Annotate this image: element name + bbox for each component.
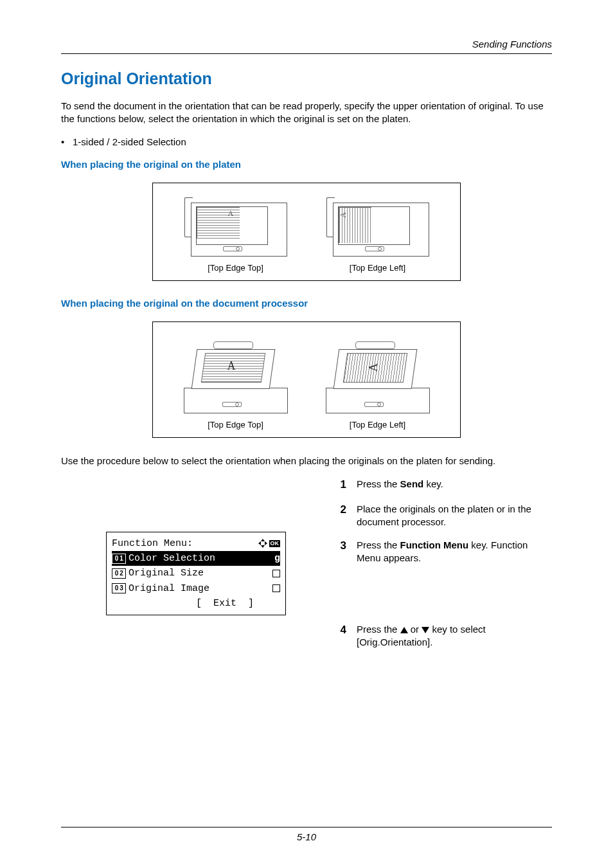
lcd-panel: Function Menu: OK 0 1Color Selection g 0… — [106, 532, 286, 615]
control-panel-icon — [364, 402, 384, 407]
adf-left-edge-col: A [Top Edge Left] — [323, 336, 432, 429]
lcd-exit-row: [ Exit ] — [112, 596, 280, 611]
platen-top-edge-col: A [Top Edge Top] — [184, 197, 287, 273]
down-arrow-icon — [422, 627, 429, 633]
caption-top-edge-left: [Top Edge Left] — [350, 263, 405, 273]
step-4: 4 Press the or key to select [Orig.Orien… — [337, 623, 552, 649]
nav-arrows-icon — [258, 539, 267, 548]
adf-top-edge-col: A [Top Edge Top] — [181, 336, 290, 429]
footer-rule — [61, 827, 552, 827]
lcd-row3-text: Original Image — [129, 581, 209, 596]
step-text: Press the Send key. — [357, 478, 443, 493]
caption-top-edge-left: [Top Edge Left] — [350, 420, 405, 429]
lcd-row1-text: Color Selection — [129, 551, 215, 566]
up-arrow-icon — [400, 627, 408, 633]
lcd-row2-text: Original Size — [129, 566, 204, 581]
platen-diagram-top: A — [184, 197, 287, 257]
caption-top-edge-top: [Top Edge Top] — [208, 263, 263, 273]
orientation-letter-icon: A — [228, 209, 234, 219]
top-rule — [61, 53, 552, 54]
step-3: 3 Press the Function Menu key. Function … — [337, 539, 552, 565]
row-number-icon: 0 1 — [112, 554, 126, 564]
orientation-letter-icon: A — [227, 359, 236, 373]
control-panel-icon — [365, 246, 384, 251]
running-header: Sending Functions — [61, 39, 552, 50]
control-panel-icon — [223, 246, 242, 251]
step-1: 1 Press the Send key. — [337, 478, 552, 493]
step-2: 2 Place the originals on the platen or i… — [337, 503, 552, 529]
lcd-row: 0 3Original Image — [112, 581, 280, 596]
intro-paragraph: To send the document in the orientation … — [61, 100, 552, 126]
step-number: 3 — [337, 539, 346, 565]
step-text: Press the or key to select [Orig.Orienta… — [357, 623, 552, 649]
page-footer: 5-10 — [61, 827, 552, 842]
bullet-item: •1-sided / 2-sided Selection — [61, 136, 552, 147]
adf-diagram-left: A — [323, 336, 432, 413]
step-text: Place the originals on the platen or in … — [357, 503, 552, 529]
bullet-text: 1-sided / 2-sided Selection — [73, 136, 186, 147]
subheading-platen: When placing the original on the platen — [61, 159, 552, 170]
step-number: 2 — [337, 503, 346, 529]
subheading-adf: When placing the original on the documen… — [61, 298, 552, 309]
figure-platen: A [Top Edge Top] A [Top Edge Left] — [152, 183, 461, 281]
figure-adf: A [Top Edge Top] A [Top Edge Left] — [152, 321, 461, 438]
row-number-icon: 0 3 — [112, 583, 126, 593]
platen-diagram-left: A — [326, 197, 429, 257]
orientation-letter-icon: A — [338, 212, 348, 218]
lcd-row-selected: 0 1Color Selection g — [112, 551, 280, 566]
step-text: Press the Function Menu key. Function Me… — [357, 539, 552, 565]
page-title: Original Orientation — [61, 69, 552, 88]
caption-top-edge-top: [Top Edge Top] — [208, 420, 263, 429]
lcd-title: Function Menu: — [112, 536, 193, 551]
checkbox-icon — [272, 584, 280, 592]
adf-diagram-top: A — [181, 336, 290, 413]
checkmark-icon: g — [274, 551, 280, 566]
lcd-exit-text: [ Exit ] — [196, 596, 254, 611]
step-number: 4 — [337, 623, 346, 649]
platen-left-edge-col: A [Top Edge Left] — [326, 197, 429, 273]
control-panel-icon — [222, 402, 242, 407]
procedure-intro: Use the procedure below to select the or… — [61, 455, 552, 467]
checkbox-icon — [272, 570, 280, 577]
lcd-row: 0 2Original Size — [112, 566, 280, 581]
page-number: 5-10 — [61, 831, 552, 842]
ok-icon: OK — [269, 540, 281, 547]
row-number-icon: 0 2 — [112, 568, 126, 579]
step-number: 1 — [337, 478, 346, 493]
lcd-title-row: Function Menu: OK — [112, 536, 280, 551]
orientation-letter-icon: A — [367, 363, 380, 372]
bullet-dot-icon: • — [61, 136, 73, 147]
